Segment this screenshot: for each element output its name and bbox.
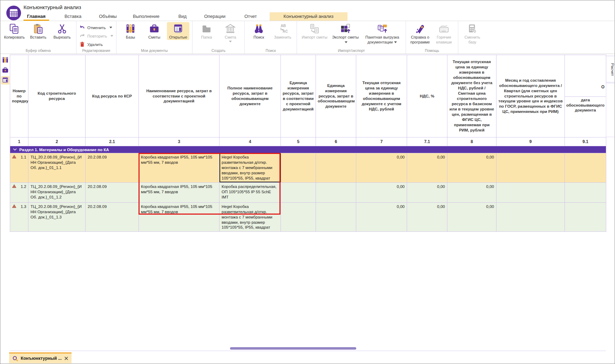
unit-project-cell[interactable] — [281, 202, 316, 232]
tab-vstavka[interactable]: Вставка — [61, 12, 85, 21]
open-documents-icon — [173, 23, 183, 34]
col-num[interactable]: 8 — [447, 137, 496, 146]
col-num[interactable]: 1 — [10, 137, 28, 146]
name-project-cell[interactable]: Коробка квадратная IP55, 105 мм*105 мм*5… — [139, 153, 219, 183]
vat-cell[interactable]: 0,00 — [407, 202, 447, 232]
col-header-name-project[interactable]: Наименование ресурса, затрат в соответст… — [139, 55, 219, 137]
cut-button[interactable]: Вырезать — [51, 22, 73, 40]
open-documents-button[interactable]: Открытые — [167, 22, 189, 40]
resource-code-cell[interactable]: ТЦ_20.2.08.09_{Регион}_{ИНН Организации}… — [28, 202, 86, 232]
batch-dropdown-icon[interactable] — [394, 41, 397, 43]
col-num[interactable]: 2.1 — [86, 137, 139, 146]
tab-obyomy[interactable]: Объёмы — [95, 12, 120, 21]
vat-cell[interactable]: 0,00 — [407, 182, 447, 202]
tab-operacii[interactable]: Операции — [201, 12, 229, 21]
col-num[interactable]: 2 — [28, 137, 86, 146]
tab-vypolnenie[interactable]: Выполнение — [129, 12, 163, 21]
ksr-code-cell[interactable]: 20.2.08.09 — [86, 182, 139, 202]
col-header-number[interactable]: Номер по порядку — [10, 55, 28, 137]
col-num[interactable]: 3 — [139, 137, 219, 146]
mini-estimates-button[interactable] — [1, 66, 9, 74]
full-name-cell[interactable]: Hegel Коробка разветвительная д/откр. мо… — [219, 202, 281, 232]
price-no-vat-cell[interactable]: 0,00 — [447, 202, 496, 232]
price-with-vat-cell[interactable]: 0,00 — [356, 153, 407, 183]
undo-button[interactable]: Отменить — [79, 25, 113, 31]
mini-bases-button[interactable] — [1, 56, 9, 64]
unit-project-cell[interactable] — [281, 182, 316, 202]
paste-button[interactable]: Вставить — [27, 22, 49, 40]
estimates-button[interactable]: Сметы — [143, 22, 165, 40]
bases-icon — [125, 23, 136, 34]
col-num[interactable]: 4 — [219, 137, 281, 146]
month-year-cell[interactable] — [496, 153, 565, 183]
col-header-vat[interactable]: НДС, % — [407, 55, 447, 137]
unit-doc-cell[interactable] — [316, 182, 356, 202]
tab-konyunkturny-analiz[interactable]: Конъюнктурный анализ — [270, 12, 347, 21]
document-tab-label: Конъюнктурный ... — [21, 356, 62, 361]
doc-date-cell[interactable] — [565, 182, 606, 202]
col-header-doc-date[interactable]: О дата обосновывающего документа — [565, 55, 606, 137]
tab-otchet[interactable]: Отчет — [241, 12, 261, 21]
delete-button[interactable]: Удалить — [79, 41, 113, 47]
col-header-unit-doc[interactable]: Единица измерения ресурса, затрат в обос… — [316, 55, 356, 137]
col-num[interactable]: 5 — [281, 137, 316, 146]
mini-open-documents-button[interactable] — [1, 76, 9, 85]
batch-export-button[interactable]: Пакетная выгрузка документации — [361, 22, 403, 45]
copy-button[interactable]: Копировать — [3, 22, 26, 40]
unit-doc-cell[interactable] — [316, 153, 356, 183]
tab-glavnaya[interactable]: Главная — [23, 12, 49, 21]
col-header-price-no-vat[interactable]: Текущая отпускная цена за единицу измере… — [447, 55, 496, 137]
resource-code-cell[interactable]: ТЦ_20.2.08.09_{Регион}_{ИНН Организации}… — [28, 153, 86, 183]
unit-project-cell[interactable] — [281, 153, 316, 183]
price-no-vat-cell[interactable]: 0,00 — [447, 153, 496, 183]
calc-vertical-tab[interactable]: Расчет — [606, 56, 615, 82]
month-year-cell[interactable] — [496, 202, 565, 232]
export-estimate-button[interactable]: Экспорт сметы — [331, 22, 360, 45]
col-header-ksr-code[interactable]: Код ресурса по КСР — [86, 55, 139, 137]
doc-date-cell[interactable] — [565, 202, 606, 232]
col-header-full-name[interactable]: Полное наименование ресурса, затрат в об… — [219, 55, 281, 137]
name-project-cell[interactable]: Коробка квадратная IP55, 105 мм*105 мм*5… — [139, 182, 219, 202]
price-with-vat-cell[interactable]: 0,00 — [356, 202, 407, 232]
col-num[interactable]: 9.1 — [565, 137, 606, 146]
about-button[interactable]: Справка о программе — [409, 22, 431, 45]
full-name-cell[interactable]: Коробка распределительная, ОП 105*105*55… — [219, 182, 281, 202]
estimate-create-button: Смета — [219, 22, 242, 42]
undo-dropdown-icon[interactable] — [109, 27, 112, 28]
col-header-price-with-vat[interactable]: Текущая отпускная цена за единицу измере… — [356, 55, 407, 137]
col-num[interactable]: 7 — [356, 137, 407, 146]
collapse-chevron-icon[interactable] — [13, 148, 17, 151]
section-row[interactable]: Раздел 1. Материалы и Оборудование по КА — [10, 146, 606, 153]
col-num[interactable]: 6 — [316, 137, 356, 146]
price-with-vat-cell[interactable]: 0,00 — [356, 182, 407, 202]
search-button[interactable]: Поиск — [248, 22, 270, 40]
tab-vid[interactable]: Вид — [175, 12, 190, 21]
name-project-cell[interactable]: Коробка квадратная IP55, 105 мм*105 мм*5… — [139, 202, 219, 232]
col-header-unit-project[interactable]: Единица измерения ресурса, затрат в соот… — [281, 55, 316, 137]
unit-doc-cell[interactable] — [316, 202, 356, 232]
row-number-cell[interactable]: 1.3 — [10, 202, 28, 232]
col-header-month-year[interactable]: Месяц и год составления обосновывающего … — [496, 55, 565, 137]
close-tab-icon[interactable] — [64, 356, 68, 360]
row-number-cell[interactable]: 1.2 — [10, 182, 28, 202]
vat-cell[interactable]: 0,00 — [407, 153, 447, 183]
table-row: 1.1 ТЦ_20.2.08.09_{Регион}_{ИНН Организа… — [10, 153, 606, 183]
resource-code-cell[interactable]: ТЦ_20.2.08.09_{Регион}_{ИНН Организации}… — [28, 182, 86, 202]
group-label-my-documents: Мои документы — [119, 48, 189, 54]
row-number-cell[interactable]: 1.1 — [10, 153, 28, 183]
export-dropdown-icon[interactable] — [345, 41, 347, 43]
group-label-import-export: Импорт/экспорт — [300, 48, 403, 54]
col-num[interactable]: 7.1 — [407, 137, 447, 146]
col-header-resource-code[interactable]: Код строительного ресурса — [28, 55, 86, 137]
document-tab[interactable]: Конъюнктурный ... — [9, 352, 72, 363]
col-num[interactable]: 9 — [496, 137, 565, 146]
ksr-code-cell[interactable]: 20.2.08.09 — [86, 202, 139, 232]
full-name-cell-focused[interactable]: Hegel Коробка разветвительная д/откр. мо… — [219, 153, 281, 183]
price-no-vat-cell[interactable]: 0,00 — [447, 182, 496, 202]
ksr-code-cell[interactable]: 20.2.08.09 — [86, 153, 139, 183]
doc-date-cell[interactable] — [565, 153, 606, 183]
window-title: Конъюнктурный анализ — [23, 4, 81, 10]
month-year-cell[interactable] — [496, 182, 565, 202]
bases-button[interactable]: Базы — [119, 22, 142, 40]
horizontal-scrollbar-thumb[interactable] — [230, 347, 356, 350]
